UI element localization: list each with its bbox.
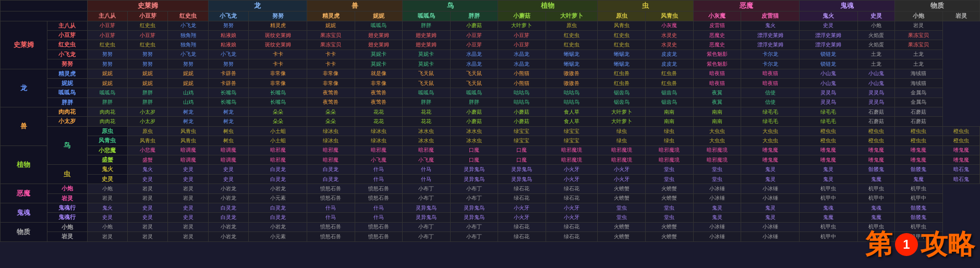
cell: 树虫: [208, 136, 248, 145]
cell: 大虫虫: [693, 126, 741, 136]
cell: 口魔: [498, 145, 546, 155]
cell: 灵异鬼鸟: [450, 213, 498, 222]
table-row: 鬼魂鬼魂行鬼火史灵史灵白灵龙白灵龙什马什马灵异鬼鸟灵异鬼鸟小火牙小火牙堂虫堂虫鬼…: [1, 203, 980, 213]
cell: 红虫兽: [598, 69, 646, 78]
sub-label: 精灵虎: [47, 69, 87, 78]
cell: 绿石花: [498, 184, 546, 193]
cell: 小岩龙: [249, 222, 307, 232]
cell: 堂虫: [693, 174, 741, 184]
cell: 白灵龙: [249, 174, 307, 184]
cell: 绿冰虫: [355, 136, 403, 145]
cell: 愤怒石兽: [307, 184, 355, 193]
cell: 妮妮: [168, 69, 208, 78]
cell: 大叶萝卜: [498, 21, 546, 30]
cell: 绿虫: [645, 126, 693, 136]
cell: 锁链龙: [799, 50, 857, 59]
cell: 小蘑菇: [498, 117, 546, 126]
cell: 水晶龙: [498, 59, 546, 69]
cell: 小火牙: [498, 213, 546, 222]
col-sub-insect2: 风青虫: [645, 11, 693, 21]
cell: 堂虫: [645, 165, 693, 174]
cell: 花花: [403, 117, 451, 126]
col-header-dragon: 龙: [208, 1, 307, 11]
watermark-number: 1: [895, 233, 918, 256]
cell: 白灵龙: [208, 203, 248, 213]
cell: 绿石花: [546, 184, 598, 193]
cell: 史灵: [128, 203, 168, 213]
header-row-categories: 史莱姆 龙 兽 鸟 植物 虫 恶魔 鬼魂 物质: [1, 1, 980, 11]
cell: 蜥蜴龙: [546, 59, 598, 69]
cell: 什马: [355, 203, 403, 213]
cell: 小火牙: [546, 174, 598, 184]
cell: 胖胖: [87, 98, 127, 107]
cell: 鬼灵: [741, 203, 800, 213]
cell: 小元素: [249, 193, 307, 203]
cell: 机甲虫: [895, 184, 943, 193]
col-sub-slime3: 红史虫: [168, 11, 208, 21]
cell: 妮妮: [128, 69, 168, 78]
cell: 夜翼: [693, 88, 741, 98]
cell: 鬼魔: [895, 174, 943, 184]
cell: 橙虫虫: [942, 136, 979, 145]
cell: 小豆芽: [450, 40, 498, 50]
cell: 飞天鼠: [450, 78, 498, 88]
cell: 岩灵: [87, 232, 127, 241]
cell: 鬼灵: [799, 174, 857, 184]
cell: 大虫虫: [693, 136, 741, 145]
cell: 斑纹史莱姆: [249, 30, 307, 40]
cell: 精灵虎: [249, 21, 307, 30]
cell: 努努: [87, 59, 127, 69]
table-row: 史莱姆主八从小豆芽红史虫小飞龙努努精灵虎妮妮呱呱鸟胖胖小蘑菇大叶萝卜原虫风青虫小…: [1, 21, 980, 30]
cell: 橙虫虫: [857, 126, 894, 136]
sub-label: 原虫: [87, 126, 127, 136]
table-row: 小飞龙努努努努小飞龙小飞龙卡卡卡卡莫妮卡莫妮卡水晶龙水晶龙蜥蜴龙蜥蜴龙皮皮龙紫色…: [1, 50, 980, 59]
cell: 飞天鼠: [450, 69, 498, 78]
category-label: 虫: [47, 165, 87, 184]
cell: 小飞龙: [208, 50, 248, 59]
cell: 胖胖: [403, 98, 451, 107]
cell: 红史虫: [546, 30, 598, 40]
cell: 恶魔史: [693, 40, 741, 50]
cell: 灵异鬼鸟: [450, 203, 498, 213]
cell: 小冰锤: [741, 222, 800, 232]
col-header-plant: 植物: [498, 1, 598, 11]
cell: 暗邪魔: [249, 145, 307, 155]
cell: 咕咕鸟: [546, 88, 598, 98]
cell: 小豆芽: [87, 30, 127, 40]
cell: 妮妮: [87, 69, 127, 78]
cell: 骷髅鬼: [895, 213, 943, 222]
table-row: 虫鬼火鬼火史灵史灵白灵龙白灵龙什马什马灵异鬼鸟灵异鬼鸟小火牙小火牙堂虫堂虫鬼灵鬼…: [1, 165, 980, 174]
cell: 火螃蟹: [598, 184, 646, 193]
cell: 努努: [208, 59, 248, 69]
cell: 小布丁: [450, 222, 498, 232]
table-row: 恶魔小炮小炮岩灵岩灵小岩龙小岩龙愤怒石兽愤怒石兽小布丁小布丁绿石花绿石花火螃蟹火…: [1, 184, 980, 193]
cell: 恶魔史: [693, 30, 741, 40]
cell: 妮妮: [168, 78, 208, 88]
cell: 花花: [403, 107, 451, 117]
cell: 绿冰虫: [355, 126, 403, 136]
category-label: 物质: [1, 222, 47, 241]
cell: 暗邪魔境: [645, 155, 693, 165]
sub-label: 努努: [47, 59, 87, 69]
cell: 南南: [645, 117, 693, 126]
col-sub-plant2: 大叶萝卜: [546, 11, 598, 21]
sub-label: 小炮: [47, 222, 87, 232]
category-label: 鬼魂: [1, 203, 47, 223]
cell: 金属鸟: [895, 98, 943, 107]
cell: 小土蛆: [249, 136, 307, 145]
cell: 暗调魔: [208, 145, 248, 155]
header-row-sub: 主八从 小豆芽 红史虫 小飞龙 努努 精灵虎 妮妮 呱呱鸟 胖胖 小蘑菇 大叶萝…: [1, 11, 980, 21]
cell: 长嘴鸟: [249, 88, 307, 98]
cell: 灵异鬼鸟: [450, 174, 498, 184]
cell: 食人草: [546, 117, 598, 126]
cell: 飞天鼠: [403, 69, 451, 78]
cell: 愤怒石兽: [355, 193, 403, 203]
cell: 堂虫: [645, 213, 693, 222]
cell: 小豆芽: [450, 30, 498, 40]
cell: 斑纹史莱姆: [249, 40, 307, 50]
cell: 什马: [355, 213, 403, 222]
cell: 暗石鬼: [942, 165, 979, 174]
watermark-prefix: 第: [865, 226, 892, 263]
table-row: 小豆芽小豆芽小豆芽独角翔粘液娘斑纹史莱姆果冻宝贝翅史莱姆翅史莱姆小豆芽小豆芽红史…: [1, 30, 980, 40]
cell: 朵朵: [307, 107, 355, 117]
